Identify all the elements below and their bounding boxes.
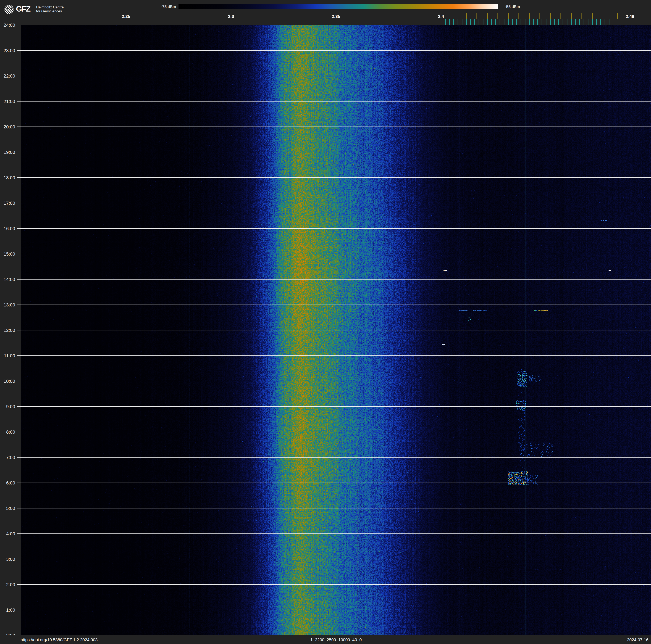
ble-channel-tick bbox=[600, 19, 601, 25]
time-axis-label: 22:00 bbox=[0, 74, 15, 79]
ble-channel-tick bbox=[567, 19, 567, 25]
freq-minor-tick bbox=[42, 19, 42, 25]
hour-gridline bbox=[17, 25, 651, 25]
ble-channel-tick bbox=[449, 19, 450, 25]
wifi-channel-tick bbox=[508, 12, 508, 19]
time-axis-label: 23:00 bbox=[0, 48, 15, 53]
hour-gridline bbox=[17, 152, 651, 152]
freq-minor-tick bbox=[126, 19, 126, 25]
freq-minor-tick bbox=[420, 19, 420, 25]
hour-gridline bbox=[17, 355, 651, 356]
freq-minor-tick bbox=[189, 19, 189, 25]
footer: https://doi.org/10.5880/GFZ.1.2.2024.003… bbox=[0, 635, 651, 644]
freq-minor-tick bbox=[294, 19, 294, 25]
time-axis-label: 9:00 bbox=[0, 404, 15, 409]
doi-label: https://doi.org/10.5880/GFZ.1.2.2024.003 bbox=[21, 638, 98, 642]
ble-channel-tick bbox=[462, 19, 462, 25]
ble-channel-tick bbox=[584, 19, 584, 25]
time-axis-label: 10:00 bbox=[0, 379, 15, 384]
time-axis-label: 6:00 bbox=[0, 480, 15, 486]
time-axis-label: 2:00 bbox=[0, 582, 15, 587]
freq-axis-label: 2.4 bbox=[433, 14, 450, 19]
wifi-channel-tick bbox=[487, 12, 488, 19]
hour-gridline bbox=[17, 482, 651, 483]
logo-acronym: GFZ bbox=[16, 5, 30, 13]
colorbar-max-label: -55 dBm bbox=[505, 4, 538, 9]
ble-channel-tick bbox=[563, 19, 563, 25]
ble-channel-tick bbox=[533, 19, 534, 25]
colorbar-gradient bbox=[179, 4, 498, 9]
freq-minor-tick bbox=[378, 19, 378, 25]
time-axis-label: 15:00 bbox=[0, 252, 15, 257]
hour-gridline bbox=[17, 228, 651, 229]
time-axis-label: 11:00 bbox=[0, 353, 15, 358]
ble-channel-tick bbox=[445, 19, 445, 25]
ble-channel-tick bbox=[500, 19, 500, 25]
hour-gridline bbox=[17, 559, 651, 559]
ble-channel-tick bbox=[592, 19, 593, 25]
freq-minor-tick bbox=[630, 19, 630, 25]
ble-channel-tick bbox=[588, 19, 588, 25]
hour-gridline bbox=[17, 76, 651, 76]
freq-minor-tick bbox=[21, 19, 21, 25]
hour-gridline bbox=[17, 508, 651, 508]
time-axis-label: 24:00 bbox=[0, 23, 15, 28]
time-axis-label: 4:00 bbox=[0, 531, 15, 536]
wifi-channel-tick bbox=[560, 12, 561, 19]
freq-minor-tick bbox=[105, 19, 105, 25]
ble-channel-tick bbox=[529, 19, 530, 25]
ble-channel-tick bbox=[504, 19, 504, 25]
time-axis-label: 5:00 bbox=[0, 506, 15, 511]
ble-channel-tick bbox=[478, 19, 479, 25]
dataset-id-label: 1_2200_2500_10000_40_0 bbox=[231, 638, 441, 642]
hour-gridline bbox=[17, 126, 651, 127]
time-axis-label: 17:00 bbox=[0, 201, 15, 206]
wifi-channel-tick bbox=[529, 12, 530, 19]
freq-minor-tick bbox=[63, 19, 63, 25]
wifi-channel-tick bbox=[519, 12, 519, 19]
time-axis-label: 16:00 bbox=[0, 226, 15, 231]
ble-channel-tick bbox=[596, 19, 597, 25]
hour-gridline bbox=[17, 457, 651, 458]
freq-minor-tick bbox=[231, 19, 231, 25]
freq-minor-tick bbox=[336, 19, 336, 25]
ble-channel-tick bbox=[525, 19, 525, 25]
org-name-line2: for Geosciences bbox=[36, 9, 62, 13]
ble-channel-tick bbox=[537, 19, 538, 25]
time-axis-label: 18:00 bbox=[0, 175, 15, 180]
hour-gridline bbox=[17, 203, 651, 203]
freq-minor-tick bbox=[168, 19, 168, 25]
freq-minor-tick bbox=[84, 19, 84, 25]
hour-gridline bbox=[17, 330, 651, 330]
ble-channel-tick bbox=[541, 19, 542, 25]
ble-channel-tick bbox=[491, 19, 492, 25]
time-axis-label: 8:00 bbox=[0, 430, 15, 435]
time-axis-label: 13:00 bbox=[0, 302, 15, 308]
hour-gridline bbox=[17, 50, 651, 51]
freq-minor-tick bbox=[252, 19, 252, 25]
wifi-channel-tick bbox=[550, 12, 551, 19]
gfz-globe-icon bbox=[4, 5, 14, 14]
ble-channel-tick bbox=[575, 19, 576, 25]
time-axis-label: 7:00 bbox=[0, 455, 15, 460]
spectrogram-monitor-page: { "window": {"width": 3100, "height": 30… bbox=[0, 0, 651, 644]
freq-axis-label: 2.3 bbox=[223, 14, 239, 19]
hour-gridline bbox=[17, 177, 651, 178]
ble-channel-tick bbox=[517, 19, 517, 25]
freq-minor-tick bbox=[147, 19, 147, 25]
wifi-channel-tick bbox=[466, 12, 467, 19]
ble-channel-tick bbox=[466, 19, 467, 25]
ble-channel-tick bbox=[571, 19, 571, 25]
ble-channel-tick bbox=[579, 19, 580, 25]
freq-minor-tick bbox=[441, 19, 441, 25]
ble-channel-tick bbox=[512, 19, 513, 25]
ble-channel-tick bbox=[550, 19, 551, 25]
ble-channel-tick bbox=[470, 19, 471, 25]
wifi-channel-tick bbox=[617, 12, 618, 19]
time-axis-label: 19:00 bbox=[0, 150, 15, 155]
wifi-channel-tick bbox=[592, 12, 593, 19]
wifi-channel-tick bbox=[582, 12, 582, 19]
freq-minor-tick bbox=[357, 19, 357, 25]
freq-axis-label: 2.35 bbox=[328, 14, 344, 19]
hour-gridline bbox=[17, 304, 651, 305]
